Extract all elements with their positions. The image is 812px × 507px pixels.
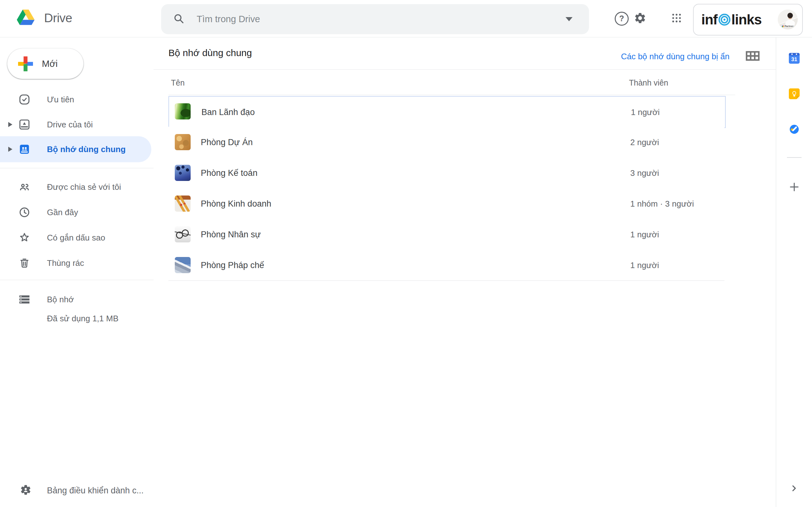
member-count: 1 nhóm · 3 người <box>630 199 694 209</box>
help-icon: ? <box>615 12 629 26</box>
shared-drive-name: Phòng Kế toán <box>201 168 258 178</box>
sidebar-item-starred[interactable]: Có gắn dấu sao <box>0 225 151 250</box>
sidebar-item-storage[interactable]: Bộ nhớ <box>0 287 151 312</box>
sidebar-item-shared-with-me[interactable]: Được chia sẻ với tôi <box>0 174 151 200</box>
search-icon[interactable] <box>173 13 185 26</box>
table-header-divider <box>168 95 735 95</box>
table-row[interactable]: Phòng Dự Án 2 người <box>168 127 724 158</box>
settings-button[interactable] <box>633 0 647 37</box>
shared-drive-name: Phòng Dự Án <box>201 137 253 147</box>
priority-icon <box>18 94 31 106</box>
storage-used-text: Đã sử dụng 1,1 MB <box>47 314 119 324</box>
calendar-icon[interactable]: 31 <box>789 53 800 64</box>
expand-arrow-icon[interactable] <box>8 147 12 152</box>
brand-at-spiral-icon <box>718 13 731 26</box>
admin-console-label: Bảng điều khiển dành c... <box>47 486 144 496</box>
shared-with-me-icon <box>18 181 31 193</box>
sidebar-item-my-drive[interactable]: Drive của tôi <box>0 112 151 137</box>
sidebar-divider <box>0 280 154 280</box>
app-header: Drive ? inf <box>0 0 812 38</box>
member-count: 3 người <box>630 168 659 178</box>
admin-console-item[interactable]: Bảng điều khiển dành c... <box>0 478 151 503</box>
plus-icon <box>789 181 800 193</box>
expand-arrow-icon[interactable] <box>8 122 12 127</box>
add-addon-button[interactable] <box>789 181 800 194</box>
table-row[interactable]: Phòng Kế toán 3 người <box>168 158 724 188</box>
storage-icon <box>18 293 31 305</box>
shared-drive-thumbnail <box>175 134 191 150</box>
toolbar-divider <box>154 69 776 70</box>
partner-badge: Partner <box>778 25 798 27</box>
trash-icon <box>18 257 31 269</box>
grid-view-button[interactable] <box>746 51 760 62</box>
shared-drive-name: Phòng Kinh doanh <box>201 199 271 209</box>
shared-drive-thumbnail <box>175 226 191 242</box>
brand-logo: inf links <box>701 12 762 27</box>
page-title: Bộ nhớ dùng chung <box>168 48 252 58</box>
avatar[interactable]: Partner <box>778 9 798 30</box>
shared-drive-thumbnail <box>175 195 191 212</box>
grid-view-icon <box>746 51 760 61</box>
apps-grid-icon <box>671 13 681 24</box>
settings-icon <box>634 12 647 26</box>
shared-drive-thumbnail <box>175 257 191 273</box>
rail-divider <box>787 157 802 158</box>
help-button[interactable]: ? <box>615 0 629 37</box>
table-row[interactable]: Phòng Kinh doanh 1 nhóm · 3 người <box>168 188 724 219</box>
my-drive-icon <box>18 118 31 130</box>
shared-drive-thumbnail <box>175 103 191 119</box>
hidden-shared-drives-link[interactable]: Các bộ nhớ dùng chung bị ẩn <box>621 52 729 61</box>
new-plus-icon <box>18 56 33 71</box>
recent-icon <box>18 206 31 218</box>
shared-drive-name: Ban Lãnh đạo <box>201 107 255 117</box>
admin-icon <box>20 484 32 497</box>
member-count: 1 người <box>630 260 659 270</box>
tasks-icon[interactable] <box>789 124 800 135</box>
app-name: Drive <box>44 11 72 25</box>
starred-icon <box>18 232 31 244</box>
keep-icon[interactable] <box>789 89 800 99</box>
drive-logo[interactable]: Drive <box>17 9 72 26</box>
shared-drive-name: Phòng Nhân sự <box>201 229 261 239</box>
member-count: 1 người <box>630 229 659 239</box>
sidebar: Mới Ưu tiên Drive của tôi <box>0 38 154 507</box>
table-row[interactable]: Phòng Nhân sự 1 người <box>168 219 724 250</box>
search-bar[interactable] <box>161 4 589 34</box>
shared-drives-icon <box>18 143 31 155</box>
sidebar-item-trash[interactable]: Thùng rác <box>0 250 151 276</box>
shared-drive-name: Phòng Pháp chế <box>201 260 264 270</box>
column-header-name[interactable]: Tên <box>171 78 185 88</box>
shared-drive-thumbnail <box>175 165 191 181</box>
table-row[interactable]: Ban Lãnh đạo 1 người <box>168 96 726 128</box>
column-header-members[interactable]: Thành viên <box>629 78 668 88</box>
new-button-label: Mới <box>42 59 58 69</box>
sidebar-item-priority[interactable]: Ưu tiên <box>0 87 151 112</box>
apps-grid-button[interactable] <box>669 0 684 37</box>
search-input[interactable] <box>196 14 565 25</box>
drive-logo-icon <box>17 9 35 26</box>
member-count: 1 người <box>631 107 660 117</box>
sidebar-item-recent[interactable]: Gần đây <box>0 200 151 225</box>
new-button[interactable]: Mới <box>7 49 84 79</box>
table-row[interactable]: Phòng Pháp chế 1 người <box>168 250 724 281</box>
companion-rail-divider <box>776 38 776 507</box>
sidebar-divider <box>0 168 154 168</box>
account-chip[interactable]: inf links Partner <box>693 4 803 36</box>
sidebar-item-shared-drives[interactable]: Bộ nhớ dùng chung <box>0 136 151 162</box>
collapse-rail-button[interactable] <box>790 484 798 494</box>
member-count: 2 người <box>630 137 659 147</box>
chevron-right-icon <box>790 484 798 493</box>
search-options-caret[interactable] <box>565 17 572 21</box>
